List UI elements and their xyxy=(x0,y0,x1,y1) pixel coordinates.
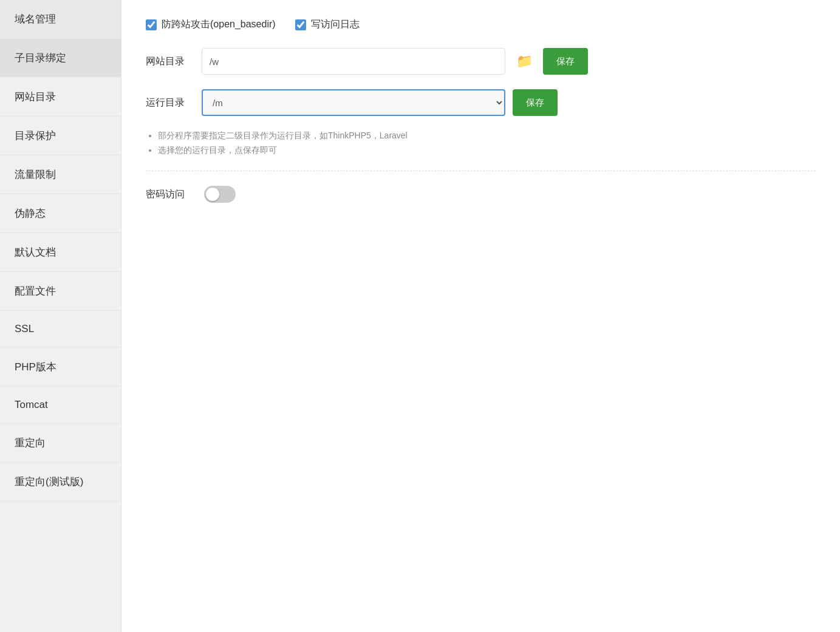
website-dir-label: 网站目录 xyxy=(146,55,194,68)
access-log-input[interactable] xyxy=(295,19,306,30)
website-dir-row: 网站目录 📁 保存 xyxy=(146,48,816,75)
sidebar-item-subdir[interactable]: 子目录绑定 xyxy=(0,39,121,78)
sidebar-item-tomcat[interactable]: Tomcat xyxy=(0,387,121,424)
sidebar-item-php-version[interactable]: PHP版本 xyxy=(0,348,121,387)
run-dir-label: 运行目录 xyxy=(146,97,194,109)
run-dir-select[interactable]: /m / xyxy=(202,89,505,116)
toggle-slider xyxy=(204,186,236,203)
sidebar: 域名管理 子目录绑定 网站目录 目录保护 流量限制 伪静态 默认文档 配置文件 … xyxy=(0,0,121,632)
password-access-row: 密码访问 xyxy=(146,186,816,203)
save-website-dir-button[interactable]: 保存 xyxy=(543,48,588,75)
hint-item-1: 部分程序需要指定二级目录作为运行目录，如ThinkPHP5，Laravel xyxy=(158,131,816,141)
open-basedir-checkbox[interactable]: 防跨站攻击(open_basedir) xyxy=(146,18,276,31)
sidebar-item-redirect[interactable]: 重定向 xyxy=(0,424,121,463)
sidebar-item-domain[interactable]: 域名管理 xyxy=(0,0,121,39)
folder-icon[interactable]: 📁 xyxy=(513,50,536,73)
password-access-label: 密码访问 xyxy=(146,188,194,201)
sidebar-item-dir-protect[interactable]: 目录保护 xyxy=(0,117,121,155)
section-divider xyxy=(146,171,816,171)
sidebar-item-ssl[interactable]: SSL xyxy=(0,311,121,348)
main-content: 防跨站攻击(open_basedir) 写访问日志 网站目录 📁 保存 运行目录… xyxy=(121,0,840,632)
sidebar-item-website-dir[interactable]: 网站目录 xyxy=(0,78,121,117)
checkbox-row: 防跨站攻击(open_basedir) 写访问日志 xyxy=(146,18,816,31)
hint-item-2: 选择您的运行目录，点保存即可 xyxy=(158,145,816,156)
sidebar-item-redirect-test[interactable]: 重定向(测试版) xyxy=(0,463,121,501)
run-dir-row: 运行目录 /m / 保存 xyxy=(146,89,816,116)
access-log-checkbox[interactable]: 写访问日志 xyxy=(295,18,360,31)
sidebar-item-pseudo-static[interactable]: 伪静态 xyxy=(0,194,121,233)
website-dir-input[interactable] xyxy=(202,48,505,75)
open-basedir-input[interactable] xyxy=(146,19,157,30)
sidebar-item-traffic[interactable]: 流量限制 xyxy=(0,155,121,194)
save-run-dir-button[interactable]: 保存 xyxy=(513,89,558,116)
hint-list: 部分程序需要指定二级目录作为运行目录，如ThinkPHP5，Laravel 选择… xyxy=(146,131,816,156)
sidebar-item-default-doc[interactable]: 默认文档 xyxy=(0,233,121,272)
sidebar-item-config-file[interactable]: 配置文件 xyxy=(0,272,121,311)
password-access-toggle[interactable] xyxy=(204,186,236,203)
